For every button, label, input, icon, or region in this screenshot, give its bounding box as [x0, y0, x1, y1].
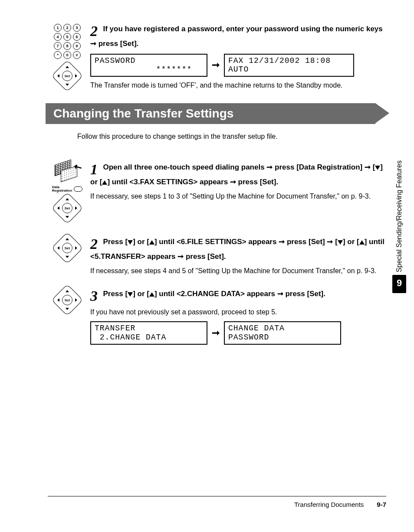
step-note: If necessary, see steps 4 and 5 of "Sett…	[90, 266, 386, 276]
instruction-text: Press [] or [] until <2.CHANGE DATA> app…	[103, 290, 325, 298]
right-arrow-icon: ➞	[177, 252, 184, 261]
t: ] until <2.CHANGE DATA> appears	[154, 290, 277, 298]
t: [	[371, 163, 375, 171]
up-triangle-icon	[149, 292, 154, 297]
dpad-set-icon: Set	[56, 65, 79, 87]
step-top-2: 123 456 789 *0# Set 2 If you have regist…	[48, 24, 386, 90]
section-heading: Changing the Transfer Settings	[46, 103, 375, 124]
down-triangle-icon	[375, 166, 380, 170]
t: ] until <3.FAX SETTINGS> appears	[107, 178, 230, 186]
speed-dial-panels-icon: ↖	[55, 162, 80, 181]
step-2: Set 2 Press [] or [] until <6.FILE SETTI…	[48, 237, 386, 276]
page-footer: Transferring Documents 9-7	[48, 496, 386, 508]
page-number: 9-7	[377, 501, 386, 508]
t: [	[333, 238, 337, 246]
down-triangle-icon	[338, 240, 343, 245]
instruction-text: Press [] or [] until <6.FILE SETTINGS> a…	[90, 238, 384, 261]
instruction-text: Open all three one-touch speed dialing p…	[90, 163, 383, 186]
lcd-display-2: FAX 12/31/2002 18:08AUTO	[224, 54, 354, 77]
lcd-row: PASSWORD ******* ➞ FAX 12/31/2002 18:08A…	[90, 54, 386, 77]
chapter-side-tab: Special Sending/Receiving Features 9	[392, 160, 406, 293]
step-1: ↖ Data Registration Set 1 Open all three…	[48, 162, 386, 219]
data-reg-label: Data Registration	[52, 186, 72, 193]
chapter-label: Special Sending/Receiving Features	[395, 160, 403, 272]
right-arrow-icon: ➞	[230, 178, 236, 186]
down-triangle-icon	[128, 240, 133, 245]
icon-column: 123 456 789 *0# Set	[48, 24, 87, 87]
up-triangle-icon	[102, 180, 107, 185]
t: press [Set]	[285, 238, 327, 246]
set-label: Set	[62, 203, 72, 213]
right-arrow-icon: ➞	[90, 39, 96, 48]
lcd-display-1: PASSWORD *******	[90, 54, 207, 77]
icon-column: ↖ Data Registration Set	[48, 162, 87, 219]
chapter-number: 9	[392, 275, 406, 293]
right-arrow-icon: ➞	[277, 290, 283, 298]
up-triangle-icon	[149, 240, 154, 245]
right-arrow-icon: ➞	[327, 238, 333, 246]
lcd-line: 2.CHANGE DATA	[95, 333, 203, 342]
lcd-display-1: TRANSFER 2.CHANGE DATA	[90, 321, 207, 344]
data-registration-icon: Data Registration	[52, 186, 83, 193]
down-triangle-icon	[128, 292, 133, 297]
t: ] or [	[133, 290, 149, 298]
lcd-row: TRANSFER 2.CHANGE DATA ➞ CHANGE DATAPASS…	[90, 321, 386, 344]
lcd-line: TRANSFER	[95, 324, 203, 333]
lcd-display-2: CHANGE DATAPASSWORD	[224, 321, 341, 344]
dpad-set-icon: Set	[56, 289, 79, 311]
step-note: The Transfer mode is turned 'OFF', and t…	[90, 80, 386, 90]
step-note: If necessary, see steps 1 to 3 of "Setti…	[90, 191, 386, 201]
step-note: If you have not previously set a passwor…	[90, 307, 386, 317]
icon-column: Set	[48, 289, 87, 311]
icon-column: Set	[48, 237, 87, 259]
t: press [Set].	[236, 178, 278, 186]
step-number: 1	[90, 162, 98, 177]
t: ] until <6.FILE SETTINGS> appears	[154, 238, 279, 246]
t: Press [	[103, 290, 128, 298]
lcd-line: *******	[95, 65, 203, 74]
t: Open all three one-touch speed dialing p…	[103, 163, 266, 171]
instr-post: press [Set].	[96, 39, 138, 48]
t: Press [	[103, 238, 128, 246]
step-number: 2	[90, 237, 98, 251]
step-number: 3	[90, 289, 98, 304]
t: ] or [	[133, 238, 149, 246]
right-arrow-icon: ➞	[212, 59, 220, 71]
t: press [Set].	[184, 252, 226, 261]
dpad-set-icon: Set	[56, 237, 79, 259]
step-3: Set 3 Press [] or [] until <2.CHANGE DAT…	[48, 289, 386, 345]
numeric-keypad-icon: 123 456 789 *0#	[52, 24, 82, 60]
up-triangle-icon	[359, 240, 365, 245]
lcd-line: PASSWORD	[228, 333, 337, 342]
right-arrow-icon: ➞	[212, 327, 220, 339]
lcd-line: CHANGE DATA	[228, 324, 337, 333]
t: press [Set].	[283, 290, 325, 298]
lcd-line: AUTO	[228, 65, 350, 74]
t: ] or [	[343, 238, 359, 246]
lcd-line: FAX 12/31/2002 18:08	[228, 56, 350, 65]
footer-title: Transferring Documents	[294, 501, 364, 508]
t: press [Data Registration]	[273, 163, 365, 171]
right-arrow-icon: ➞	[279, 238, 285, 246]
section-intro: Follow this procedure to change settings…	[77, 133, 386, 140]
step-number: 2	[90, 24, 98, 39]
instruction-text: If you have registered a password, enter…	[90, 25, 383, 48]
right-arrow-icon: ➞	[266, 163, 273, 171]
right-arrow-icon: ➞	[365, 163, 371, 171]
instr-pre: If you have registered a password, enter…	[103, 25, 382, 33]
dpad-set-icon: Set	[56, 197, 79, 219]
lcd-line: PASSWORD	[95, 56, 203, 65]
